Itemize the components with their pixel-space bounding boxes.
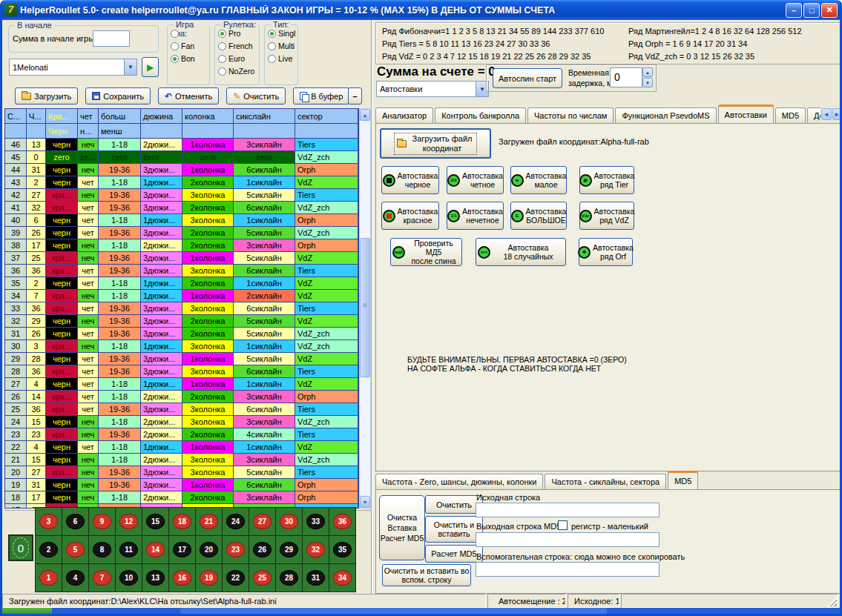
table-row[interactable]: 4613черннеч1-182дюжи...1колонка3сиклайнT…	[5, 139, 358, 151]
stepper-up-icon[interactable]: ▲	[642, 67, 653, 77]
profile-dropdown[interactable]: 1Melonati ▼	[9, 59, 137, 76]
roulette-cell-1[interactable]: 1	[36, 564, 62, 592]
tab-scroll-right-icon[interactable]: ►	[832, 108, 842, 120]
autobet-button-ряд-tier[interactable]: ◉Автоставкаряд Tier	[579, 166, 634, 194]
roulette-cell-32[interactable]: 32	[303, 536, 329, 563]
radio-icon[interactable]	[218, 30, 226, 38]
chevron-down-icon[interactable]: ▼	[124, 59, 137, 75]
roulette-cell-15[interactable]: 15	[142, 508, 168, 535]
bottom-tab-md5[interactable]: MD5	[668, 471, 698, 489]
tab-scroll-left-icon[interactable]: ◄	[821, 108, 832, 120]
table-row[interactable]: 352чернчет1-181дюжи...2колонка1сиклайнVd…	[5, 277, 358, 290]
table-row[interactable]: 3336кра...чет19-363дюжи...3колонка6сикла…	[5, 302, 358, 315]
roulette-cell-20[interactable]: 20	[196, 536, 222, 563]
radio-option-bon[interactable]: Bon	[171, 54, 209, 63]
table-row[interactable]: 450zeroze...zerozerozerozeroVdZ_zch	[5, 151, 358, 164]
tab-контроль-банкролла[interactable]: Контроль банкролла	[435, 107, 526, 123]
autobet-button-нечетное[interactable]: 1/1Автоставканечетное	[447, 202, 504, 230]
radio-option-fan[interactable]: Fan	[171, 42, 209, 50]
roulette-cell-9[interactable]: 9	[89, 508, 115, 535]
roulette-cell-13[interactable]: 13	[142, 564, 168, 592]
taskbar-app-button[interactable]	[180, 608, 607, 616]
roulette-cell-17[interactable]: 17	[169, 536, 195, 563]
aux-string-input[interactable]	[476, 562, 660, 577]
tab-автоставки[interactable]: Автоставки	[718, 105, 774, 123]
scrollbar-thumb[interactable]	[360, 238, 370, 377]
radio-option-live[interactable]: Live	[268, 54, 297, 63]
autobet-button-после-спина[interactable]: мд5Проверить МД5после спина	[390, 238, 462, 266]
roulette-cell-19[interactable]: 19	[196, 564, 222, 592]
table-row[interactable]: 224чернчет1-181дюжи...1колонка1сиклайнVd…	[5, 441, 358, 454]
stepper-down-icon[interactable]: ▼	[642, 78, 653, 87]
radio-icon[interactable]	[268, 42, 276, 50]
autobet-button-18-случайных[interactable]: гсчАвтоставка18 случайных	[476, 238, 566, 266]
source-string-input[interactable]	[476, 503, 660, 517]
table-row[interactable]: 1817черннеч1-182дюжи...2колонка3сиклайнO…	[5, 491, 358, 504]
table-scrollbar[interactable]: ▲ ▼	[359, 108, 371, 509]
md5-clear-paste-calc-button[interactable]: Очистка Вставка Расчет MD5	[379, 495, 425, 560]
roulette-cell-12[interactable]: 12	[116, 508, 142, 535]
radio-option-multi[interactable]: Multi	[268, 42, 297, 50]
start-sum-input[interactable]	[93, 30, 130, 47]
load-button[interactable]: Загрузить	[15, 87, 78, 105]
maximize-button[interactable]: □	[803, 3, 820, 18]
table-row[interactable]: 432чернчет1-181дюжи...2колонка1сиклайнVd…	[5, 176, 358, 189]
delay-input[interactable]: 0	[610, 67, 642, 87]
table-row[interactable]: 4132кра...чет19-363дюжи...2колонка6сикла…	[5, 202, 358, 214]
roulette-cell-28[interactable]: 28	[276, 564, 302, 592]
roulette-cell-24[interactable]: 24	[223, 508, 249, 535]
roulette-cell-25[interactable]: 25	[249, 564, 275, 592]
radio-icon[interactable]	[171, 30, 179, 38]
roulette-cell-5[interactable]: 5	[62, 536, 88, 563]
radio-option-euro[interactable]: Euro	[218, 54, 259, 63]
table-row[interactable]: 4227кра...неч19-363дюжи...3колонка5сикла…	[5, 189, 358, 202]
radio-option-nozero[interactable]: NoZero	[218, 67, 259, 76]
roulette-cell-8[interactable]: 8	[89, 536, 115, 563]
play-button[interactable]: ▶	[142, 57, 159, 77]
table-row[interactable]: 3926чернчет19-363дюжи...2колонка5сиклайн…	[5, 227, 358, 239]
autobet-button-четное[interactable]: 2/2Автоставкачетное	[447, 166, 504, 194]
table-row[interactable]: 347кра...неч1-181дюжи...1колонка2сиклайн…	[5, 290, 358, 302]
table-row[interactable]: 2614кра...чет1-182дюжи...2колонка3сиклай…	[5, 391, 358, 403]
radio-icon[interactable]	[171, 55, 179, 63]
table-row[interactable]: 406чернчет1-181дюжи...3колонка1сиклайнOr…	[5, 214, 358, 227]
table-row[interactable]: 2027кра...неч19-363дюжи...3колонка5сикла…	[5, 466, 358, 479]
roulette-cell-11[interactable]: 11	[116, 536, 142, 563]
roulette-cell-4[interactable]: 4	[62, 564, 88, 592]
roulette-cell-29[interactable]: 29	[276, 536, 302, 563]
roulette-cell-14[interactable]: 14	[142, 536, 168, 563]
tab-частоты-по-числам[interactable]: Частоты по числам	[527, 107, 614, 123]
table-row[interactable]: 4431черннеч19-363дюжи...1колонка6сиклайн…	[5, 164, 358, 176]
collapse-button[interactable]: –	[348, 87, 362, 105]
tab-делени[interactable]: Делени	[807, 107, 820, 123]
minimize-button[interactable]: –	[786, 3, 802, 18]
autobet-button-малое[interactable]: мАвтоставкамалое	[510, 166, 567, 194]
roulette-cell-3[interactable]: 3	[36, 508, 62, 535]
load-coords-button[interactable]: Загрузить файл координат	[380, 128, 491, 159]
roulette-cell-31[interactable]: 31	[303, 564, 329, 592]
roulette-cell-6[interactable]: 6	[62, 508, 88, 535]
roulette-cell-16[interactable]: 16	[169, 564, 195, 592]
roulette-cell-26[interactable]: 26	[249, 536, 275, 563]
roulette-cell-33[interactable]: 33	[303, 508, 329, 535]
table-row[interactable]: 2115черннеч1-182дюжи...3колонка3сиклайнV…	[5, 454, 358, 466]
roulette-cell-34[interactable]: 34	[329, 564, 355, 592]
undo-button[interactable]: ↶ Отменить	[158, 87, 219, 105]
roulette-cell-7[interactable]: 7	[89, 564, 115, 592]
autobet-button-ряд-vdz[interactable]: VdzАвтоставкаряд VdZ	[579, 202, 634, 230]
table-row[interactable]: 274чернчет1-181дюжи...1колонка1сиклайнVd…	[5, 378, 358, 391]
tab-анализатор[interactable]: Анализатор	[375, 107, 433, 123]
radio-option-french[interactable]: French	[218, 42, 259, 50]
table-row[interactable]: 3229черннеч19-363дюжи...2колонка5сиклайн…	[5, 315, 358, 328]
bottom-tab-частота-сиклайны-сектора[interactable]: Частота - сиклайны, сектора	[545, 474, 666, 489]
table-row[interactable]: 1931черннеч19-363дюжи...1колонка6сиклайн…	[5, 479, 358, 491]
roulette-cell-35[interactable]: 35	[329, 536, 355, 563]
table-row[interactable]: 2536кра...чет19-363дюжи...3колонка6сикла…	[5, 403, 358, 416]
table-row[interactable]: 2415черннеч1-182дюжи...3колонка3сиклайнV…	[5, 416, 358, 428]
scroll-down-icon[interactable]: ▼	[360, 496, 370, 508]
roulette-cell-30[interactable]: 30	[276, 508, 302, 535]
tab-md5[interactable]: MD5	[775, 107, 806, 123]
radio-icon[interactable]	[218, 67, 226, 76]
roulette-cell-22[interactable]: 22	[223, 564, 249, 592]
table-row[interactable]: 3725кра...неч19-363дюжи...1колонка5сикла…	[5, 252, 358, 265]
